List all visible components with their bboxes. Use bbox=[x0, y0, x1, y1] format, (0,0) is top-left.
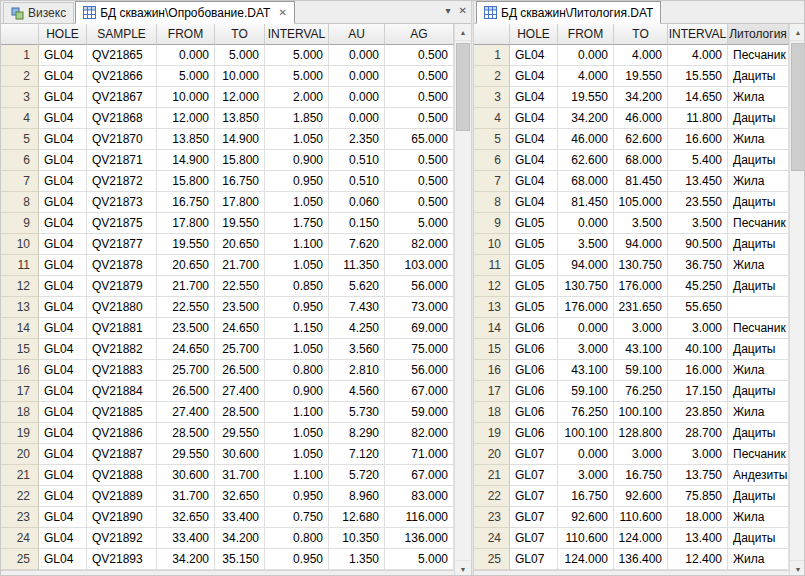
cell[interactable]: Дациты bbox=[728, 150, 789, 171]
cell[interactable]: 1.150 bbox=[265, 318, 329, 339]
cell[interactable]: 24.650 bbox=[215, 318, 265, 339]
cell[interactable]: 5.730 bbox=[329, 402, 385, 423]
tab-vizex[interactable]: Визекс bbox=[3, 2, 74, 23]
cell[interactable]: 17.150 bbox=[668, 381, 728, 402]
row-number[interactable]: 20 bbox=[1, 444, 39, 465]
row-number[interactable]: 10 bbox=[1, 234, 39, 255]
cell[interactable]: QV21882 bbox=[87, 339, 157, 360]
cell[interactable]: GL06 bbox=[510, 402, 558, 423]
cell[interactable]: Дациты bbox=[728, 528, 789, 549]
row-number[interactable]: 6 bbox=[474, 150, 510, 171]
cell[interactable]: GL05 bbox=[510, 234, 558, 255]
cell[interactable]: GL07 bbox=[510, 465, 558, 486]
cell[interactable]: Песчаник bbox=[728, 213, 789, 234]
cell[interactable]: 0.950 bbox=[265, 297, 329, 318]
row-number[interactable]: 24 bbox=[1, 528, 39, 549]
cell[interactable]: GL04 bbox=[39, 276, 87, 297]
cell[interactable]: 1.850 bbox=[265, 108, 329, 129]
cell[interactable]: GL06 bbox=[510, 423, 558, 444]
scroll-down-icon[interactable]: ▼ bbox=[790, 560, 805, 576]
cell[interactable]: GL06 bbox=[510, 339, 558, 360]
cell[interactable]: 3.560 bbox=[329, 339, 385, 360]
cell[interactable]: Дациты bbox=[728, 339, 789, 360]
cell[interactable]: 46.000 bbox=[614, 108, 668, 129]
cell[interactable]: 59.100 bbox=[614, 360, 668, 381]
row-number[interactable]: 1 bbox=[1, 45, 39, 66]
cell[interactable]: GL06 bbox=[510, 318, 558, 339]
cell[interactable]: 0.750 bbox=[265, 507, 329, 528]
cell[interactable]: 46.000 bbox=[558, 129, 614, 150]
row-number[interactable]: 22 bbox=[474, 486, 510, 507]
scroll-up-icon[interactable]: ▲ bbox=[790, 24, 805, 41]
cell[interactable]: 110.600 bbox=[614, 507, 668, 528]
row-number[interactable]: 8 bbox=[474, 192, 510, 213]
tab-list-dropdown-icon[interactable]: ▾ bbox=[446, 6, 451, 16]
cell[interactable]: GL04 bbox=[39, 66, 87, 87]
cell[interactable]: 67.000 bbox=[385, 381, 454, 402]
cell[interactable]: GL05 bbox=[510, 276, 558, 297]
cell[interactable]: 26.500 bbox=[157, 381, 215, 402]
cell[interactable]: 103.000 bbox=[385, 255, 454, 276]
cell[interactable]: GL04 bbox=[510, 192, 558, 213]
cell[interactable]: 59.000 bbox=[385, 402, 454, 423]
cell[interactable]: 13.400 bbox=[668, 528, 728, 549]
cell[interactable]: 65.000 bbox=[385, 129, 454, 150]
row-number[interactable]: 23 bbox=[474, 507, 510, 528]
cell[interactable]: 0.900 bbox=[265, 381, 329, 402]
cell[interactable]: 1.050 bbox=[265, 129, 329, 150]
cell[interactable]: 1.050 bbox=[265, 192, 329, 213]
cell[interactable]: 3.000 bbox=[558, 465, 614, 486]
cell[interactable]: 0.500 bbox=[385, 45, 454, 66]
cell[interactable]: GL04 bbox=[39, 465, 87, 486]
horizontal-scrollbar[interactable] bbox=[474, 570, 789, 576]
cell[interactable]: 21.700 bbox=[215, 255, 265, 276]
cell[interactable]: 13.750 bbox=[668, 465, 728, 486]
row-number[interactable]: 19 bbox=[474, 423, 510, 444]
cell[interactable]: 27.400 bbox=[215, 381, 265, 402]
cell[interactable]: 100.100 bbox=[558, 423, 614, 444]
cell[interactable]: GL04 bbox=[39, 150, 87, 171]
cell[interactable]: Дациты bbox=[728, 108, 789, 129]
cell[interactable]: GL04 bbox=[39, 192, 87, 213]
cell[interactable]: 130.750 bbox=[558, 276, 614, 297]
cell[interactable]: Дациты bbox=[728, 192, 789, 213]
cell[interactable]: GL07 bbox=[510, 549, 558, 570]
cell[interactable]: 5.000 bbox=[385, 213, 454, 234]
cell[interactable]: GL04 bbox=[510, 108, 558, 129]
row-number[interactable]: 19 bbox=[1, 423, 39, 444]
cell[interactable]: GL05 bbox=[510, 297, 558, 318]
row-number[interactable]: 16 bbox=[1, 360, 39, 381]
cell[interactable]: 34.200 bbox=[215, 528, 265, 549]
cell[interactable]: 29.550 bbox=[157, 444, 215, 465]
cell[interactable]: 18.000 bbox=[668, 507, 728, 528]
cell[interactable]: 3.000 bbox=[614, 444, 668, 465]
tabbar-close-icon[interactable]: ✕ bbox=[459, 6, 467, 16]
cell[interactable]: 100.100 bbox=[614, 402, 668, 423]
cell[interactable]: 13.850 bbox=[157, 129, 215, 150]
cell[interactable]: 24.650 bbox=[157, 339, 215, 360]
corner-cell[interactable] bbox=[1, 24, 39, 45]
cell[interactable]: 136.400 bbox=[614, 549, 668, 570]
cell[interactable]: GL04 bbox=[39, 129, 87, 150]
cell[interactable]: QV21883 bbox=[87, 360, 157, 381]
cell[interactable]: GL04 bbox=[39, 213, 87, 234]
cell[interactable]: GL07 bbox=[510, 528, 558, 549]
row-number[interactable]: 23 bbox=[1, 507, 39, 528]
cell[interactable]: GL06 bbox=[510, 381, 558, 402]
cell[interactable]: 3.500 bbox=[558, 234, 614, 255]
cell[interactable]: 94.000 bbox=[558, 255, 614, 276]
cell[interactable]: 12.680 bbox=[329, 507, 385, 528]
cell[interactable]: 43.100 bbox=[614, 339, 668, 360]
column-header-from[interactable]: FROM bbox=[558, 24, 614, 45]
vertical-scrollbar[interactable]: ▲ ▼ bbox=[789, 24, 805, 576]
cell[interactable]: Жила bbox=[728, 87, 789, 108]
cell[interactable]: QV21870 bbox=[87, 129, 157, 150]
cell[interactable]: 81.450 bbox=[614, 171, 668, 192]
cell[interactable]: 94.000 bbox=[614, 234, 668, 255]
cell[interactable]: QV21866 bbox=[87, 66, 157, 87]
column-header-hole[interactable]: HOLE bbox=[39, 24, 87, 45]
cell[interactable]: QV21886 bbox=[87, 423, 157, 444]
cell[interactable]: 0.950 bbox=[265, 171, 329, 192]
cell[interactable]: 81.450 bbox=[558, 192, 614, 213]
row-number[interactable]: 14 bbox=[474, 318, 510, 339]
